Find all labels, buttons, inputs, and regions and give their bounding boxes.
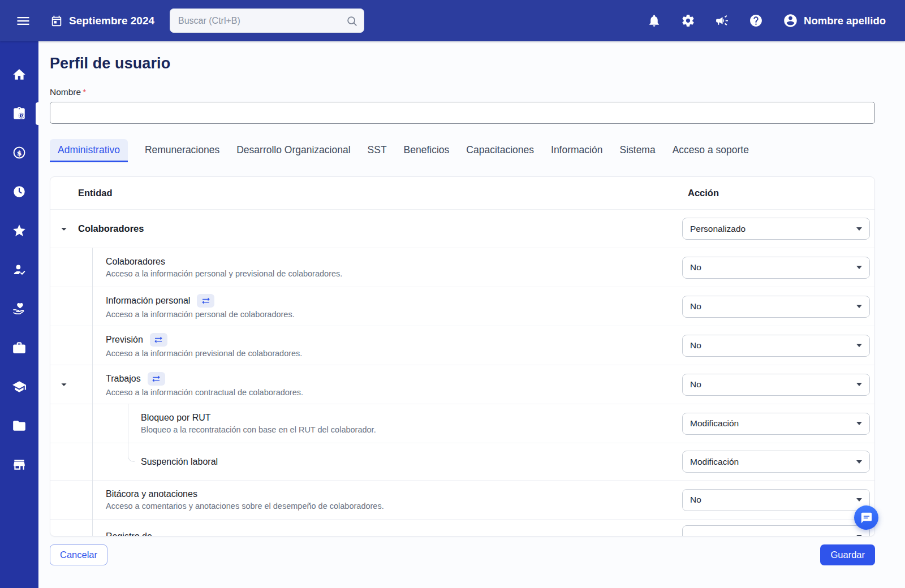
chevron-down-icon — [856, 305, 862, 308]
chevron-down-icon — [856, 266, 862, 269]
action-select[interactable]: Modificación — [682, 451, 870, 473]
entity-cell: Suspención laboral — [50, 443, 682, 480]
action-select[interactable] — [682, 525, 870, 537]
chevron-down-icon — [856, 227, 862, 231]
announcements-button[interactable] — [715, 14, 729, 28]
permission-description: Acceso a comentarios y anotaciones sobre… — [106, 501, 682, 511]
action-select-value: No — [690, 262, 701, 273]
sidebar-item-documents[interactable] — [0, 406, 38, 445]
tab-sistema[interactable]: Sistema — [619, 139, 655, 162]
swap-arrows-button[interactable] — [148, 372, 165, 386]
action-select-value: No — [690, 301, 701, 312]
topbar: Septiembre 2024 Nombre apellido — [0, 0, 905, 41]
tree-guide-line — [128, 404, 128, 443]
name-input[interactable] — [50, 102, 875, 124]
action-select-value: Personalizado — [690, 224, 745, 234]
sidebar-item-home[interactable] — [0, 55, 38, 94]
period-selector[interactable]: Septiembre 2024 — [50, 15, 154, 27]
search-input[interactable] — [170, 8, 364, 33]
permission-row: ColaboradoresPersonalizado — [50, 209, 874, 248]
sidebar-item-store[interactable] — [0, 445, 38, 484]
page-title: Perfil de usuario — [50, 55, 875, 72]
tree-guide-line — [92, 480, 93, 519]
sidebar: $ — [0, 41, 38, 588]
tree-guide-line — [92, 404, 93, 443]
sidebar-item-payroll[interactable]: $ — [0, 133, 38, 172]
entity-cell: Registro de — [50, 520, 682, 537]
save-button[interactable]: Guardar — [820, 544, 875, 565]
swap-arrows-button[interactable] — [197, 294, 214, 308]
notifications-icon — [647, 14, 661, 28]
action-cell: No — [682, 248, 874, 287]
action-select[interactable]: No — [682, 335, 870, 357]
permission-row: Información personalAcceso a la informac… — [50, 287, 874, 326]
action-select-value: Modificación — [690, 457, 739, 467]
action-select[interactable]: No — [682, 257, 870, 279]
tree-guide-line — [92, 519, 93, 537]
tree-elbow-connector — [128, 443, 135, 462]
tree-guide-line — [92, 326, 93, 365]
permission-description: Acceso a la información contractual de c… — [106, 388, 682, 397]
settings-button[interactable] — [681, 14, 695, 28]
row-expander-caret[interactable] — [58, 378, 70, 391]
action-select[interactable]: No — [682, 489, 870, 511]
notifications-button[interactable] — [647, 14, 661, 28]
entity-cell: ColaboradoresAcceso a la información per… — [50, 248, 682, 287]
entity-cell: TrabajosAcceso a la información contract… — [50, 365, 682, 404]
sidebar-item-benefits[interactable] — [0, 289, 38, 328]
tab-remuneraciones[interactable]: Remuneraciones — [145, 139, 219, 162]
sidebar-item-tasks[interactable] — [0, 94, 38, 133]
permission-row: ColaboradoresAcceso a la información per… — [50, 248, 874, 287]
action-select-value: No — [690, 495, 701, 505]
sidebar-item-people[interactable] — [0, 250, 38, 289]
sidebar-item-time[interactable] — [0, 172, 38, 211]
chat-launcher-button[interactable] — [854, 505, 878, 530]
entity-cell: PrevisiónAcceso a la información previsi… — [50, 326, 682, 365]
entity-cell: Bitácora y anotacionesAcceso a comentari… — [50, 481, 682, 519]
menu-button[interactable] — [15, 13, 31, 29]
action-cell: No — [682, 365, 874, 404]
cancel-button[interactable]: Cancelar — [50, 544, 107, 565]
action-select[interactable]: Personalizado — [682, 218, 870, 240]
tree-guide-line — [92, 443, 93, 480]
education-icon — [12, 379, 27, 394]
briefcase-icon — [12, 340, 27, 355]
search-box — [170, 8, 364, 33]
tab-sst[interactable]: SST — [368, 139, 387, 162]
help-button[interactable] — [749, 14, 763, 28]
people-icon — [12, 262, 27, 277]
tab-capacitaciones[interactable]: Capacitaciones — [466, 139, 534, 162]
topbar-actions-group: Nombre apellido — [647, 13, 886, 28]
action-cell: No — [682, 326, 874, 365]
permission-title: Colaboradores — [106, 257, 165, 267]
sidebar-item-education[interactable] — [0, 367, 38, 406]
tab-desarrollo-organizacional[interactable]: Desarrollo Organizacional — [236, 139, 350, 162]
table-body: ColaboradoresPersonalizadoColaboradoresA… — [50, 209, 874, 537]
action-select[interactable]: Modificación — [682, 413, 870, 435]
permission-title: Colaboradores — [78, 223, 144, 234]
tab-acceso-a-soporte[interactable]: Acceso a soporte — [673, 139, 749, 162]
permission-row: Registro de — [50, 519, 874, 537]
sidebar-item-star[interactable] — [0, 211, 38, 250]
action-select[interactable]: No — [682, 296, 870, 318]
tab-bar: AdministrativoRemuneracionesDesarrollo O… — [50, 139, 875, 162]
tab-beneficios[interactable]: Beneficios — [404, 139, 450, 162]
entity-cell: Colaboradores — [50, 210, 682, 248]
row-expander-caret[interactable] — [58, 223, 70, 235]
permission-row: Bitácora y anotacionesAcceso a comentari… — [50, 480, 874, 519]
svg-text:$: $ — [17, 148, 22, 157]
action-cell: No — [682, 481, 874, 519]
entity-cell: Bloqueo por RUTBloqueo a la recontrataci… — [50, 404, 682, 443]
swap-arrows-button[interactable] — [150, 333, 167, 347]
tab-administrativo[interactable]: Administrativo — [50, 139, 128, 162]
required-asterisk: * — [83, 87, 86, 97]
permission-title: Información personal — [106, 296, 190, 306]
tab-informacion[interactable]: Información — [551, 139, 602, 162]
main-content: Perfil de usuario Nombre* Administrativo… — [38, 41, 905, 588]
payroll-icon: $ — [12, 145, 27, 160]
action-select[interactable]: No — [682, 374, 870, 396]
user-menu[interactable]: Nombre apellido — [783, 13, 886, 28]
action-cell: Modificación — [682, 443, 874, 480]
sidebar-item-briefcase[interactable] — [0, 328, 38, 367]
action-cell: No — [682, 287, 874, 326]
